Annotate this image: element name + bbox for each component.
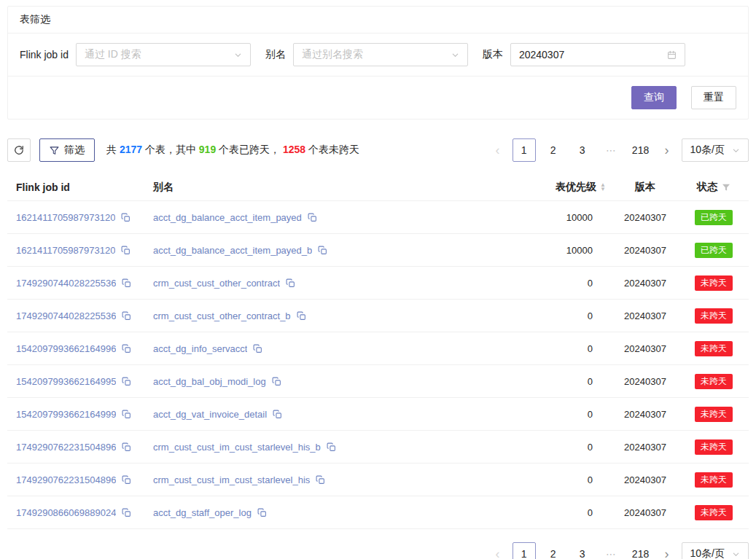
copy-icon[interactable] xyxy=(122,442,131,452)
cell-flink-job-id: 1542097993662164995 xyxy=(7,376,147,387)
filter-toggle-label: 筛选 xyxy=(64,144,85,157)
page-button[interactable]: 1 xyxy=(513,542,536,559)
version-date-input[interactable]: 20240307 xyxy=(510,43,685,66)
prev-page-button[interactable]: ‹ xyxy=(489,543,507,559)
copy-icon[interactable] xyxy=(121,213,130,222)
copy-icon[interactable] xyxy=(122,311,131,321)
flink-job-id-link[interactable]: 1749290762231504896 xyxy=(16,442,116,453)
page-button[interactable]: 218 xyxy=(629,542,652,559)
cell-status: 未跨天 xyxy=(679,439,749,455)
next-page-button[interactable]: › xyxy=(658,139,676,161)
cell-status: 未跨天 xyxy=(679,505,749,520)
copy-icon[interactable] xyxy=(122,475,131,485)
status-badge: 未跨天 xyxy=(695,374,733,389)
cell-flink-job-id: 1749290762231504896 xyxy=(7,442,147,453)
prev-page-button[interactable]: ‹ xyxy=(489,139,507,161)
page-size-select[interactable]: 10条/页 xyxy=(682,542,749,559)
page-button[interactable]: 3 xyxy=(571,138,594,162)
alias-link[interactable]: acct_dg_vat_invoice_detail xyxy=(153,409,267,420)
flink-job-id-link[interactable]: 1542097993662164995 xyxy=(16,376,116,387)
page-size-select[interactable]: 10条/页 xyxy=(682,138,749,162)
table-row: 1749290744028225536 crm_cust_cust_other_… xyxy=(7,300,749,332)
table-row: 1749290744028225536 crm_cust_cust_other_… xyxy=(7,267,749,300)
flink-job-id-link[interactable]: 1621411705987973120 xyxy=(16,212,115,223)
flink-job-id-link[interactable]: 1749290744028225536 xyxy=(16,310,116,321)
cell-flink-job-id: 1542097993662164996 xyxy=(7,343,147,354)
copy-icon[interactable] xyxy=(122,278,131,288)
status-badge: 未跨天 xyxy=(695,472,733,488)
alias-link[interactable]: crm_cust_cust_im_cust_starlevel_his xyxy=(153,474,310,485)
col-header-priority[interactable]: 表优先级 ▲ ▼ xyxy=(501,181,612,194)
copy-icon[interactable] xyxy=(121,246,130,255)
copy-icon[interactable] xyxy=(318,246,327,255)
flink-job-id-link[interactable]: 1749290866069889024 xyxy=(16,507,116,518)
copy-icon[interactable] xyxy=(272,377,281,386)
alias-select[interactable]: 通过别名搜索 xyxy=(293,43,468,66)
flink-job-id-link[interactable]: 1621411705987973120 xyxy=(16,245,115,256)
filter-card-title: 表筛选 xyxy=(8,7,748,34)
copy-icon[interactable] xyxy=(308,213,317,222)
page-button[interactable]: 218 xyxy=(629,138,652,162)
cell-alias: crm_cust_cust_other_contract_b xyxy=(147,310,501,321)
flink-job-id-link[interactable]: 1749290744028225536 xyxy=(16,278,116,289)
cell-alias: acct_dg_info_servacct xyxy=(147,343,501,354)
cell-flink-job-id: 1749290866069889024 xyxy=(7,507,147,518)
cell-status: 未跨天 xyxy=(679,407,749,422)
cell-alias: crm_cust_cust_im_cust_starlevel_his_b xyxy=(147,442,501,453)
alias-link[interactable]: acct_dg_balance_acct_item_payed_b xyxy=(153,245,312,256)
alias-link[interactable]: acct_dg_bal_obj_modi_log xyxy=(153,376,266,387)
copy-icon[interactable] xyxy=(316,475,325,485)
refresh-icon xyxy=(14,145,24,155)
cell-priority: 0 xyxy=(501,442,612,453)
cell-version: 20240307 xyxy=(612,507,679,518)
page-size-value: 10条/页 xyxy=(690,144,725,157)
flink-job-id-link[interactable]: 1749290762231504896 xyxy=(16,474,116,485)
cell-alias: acct_dg_vat_invoice_detail xyxy=(147,409,501,420)
status-badge: 未跨天 xyxy=(695,341,733,356)
query-button[interactable]: 查询 xyxy=(631,86,677,109)
page-button[interactable]: 2 xyxy=(542,138,565,162)
copy-icon[interactable] xyxy=(273,410,282,419)
reset-button[interactable]: 重置 xyxy=(691,86,736,109)
page-button[interactable]: 1 xyxy=(513,138,536,162)
cell-alias: acct_dg_balance_acct_item_payed_b xyxy=(147,245,501,256)
copy-icon[interactable] xyxy=(122,344,131,353)
flink-job-id-link[interactable]: 1542097993662164996 xyxy=(16,343,116,354)
alias-link[interactable]: acct_dg_balance_acct_item_payed xyxy=(153,212,302,223)
version-date-value: 20240307 xyxy=(519,49,667,60)
cell-priority: 0 xyxy=(501,343,612,354)
copy-icon[interactable] xyxy=(327,442,336,452)
alias-link[interactable]: acct_dg_staff_oper_log xyxy=(153,507,252,518)
filter-toggle-button[interactable]: 筛选 xyxy=(39,138,95,162)
alias-link[interactable]: crm_cust_cust_im_cust_starlevel_his_b xyxy=(153,442,321,453)
page-button[interactable]: 3 xyxy=(571,542,594,559)
copy-icon[interactable] xyxy=(297,311,306,321)
sort-icon[interactable]: ▲ ▼ xyxy=(600,183,606,192)
refresh-button[interactable] xyxy=(7,138,31,162)
status-badge: 未跨天 xyxy=(695,505,733,520)
status-badge: 未跨天 xyxy=(695,407,733,422)
next-page-button[interactable]: › xyxy=(658,543,676,559)
copy-icon[interactable] xyxy=(286,278,295,288)
page-button[interactable]: 2 xyxy=(542,542,565,559)
flink-job-id-link[interactable]: 1542097993662164999 xyxy=(16,409,116,420)
cell-version: 20240307 xyxy=(612,245,679,256)
alias-link[interactable]: crm_cust_cust_other_contract_b xyxy=(153,310,291,321)
copy-icon[interactable] xyxy=(122,377,131,386)
cell-priority: 0 xyxy=(501,474,612,485)
copy-icon[interactable] xyxy=(253,344,262,353)
copy-icon[interactable] xyxy=(122,508,131,517)
flink-job-id-select[interactable]: 通过 ID 搜索 xyxy=(76,43,251,66)
status-filter-icon[interactable] xyxy=(722,183,730,192)
status-badge: 已跨天 xyxy=(695,210,733,225)
copy-icon[interactable] xyxy=(257,508,267,517)
cell-alias: acct_dg_bal_obj_modi_log xyxy=(147,376,501,387)
crossed-count: 919 xyxy=(199,144,216,155)
cell-priority: 10000 xyxy=(501,212,612,223)
bottom-bar: ‹ 123⋯218 › 10条/页 xyxy=(7,542,749,559)
alias-link[interactable]: acct_dg_info_servacct xyxy=(153,343,247,354)
alias-label: 别名 xyxy=(265,48,286,61)
status-badge: 未跨天 xyxy=(695,275,733,291)
copy-icon[interactable] xyxy=(122,410,131,419)
alias-link[interactable]: crm_cust_cust_other_contract xyxy=(153,278,280,289)
